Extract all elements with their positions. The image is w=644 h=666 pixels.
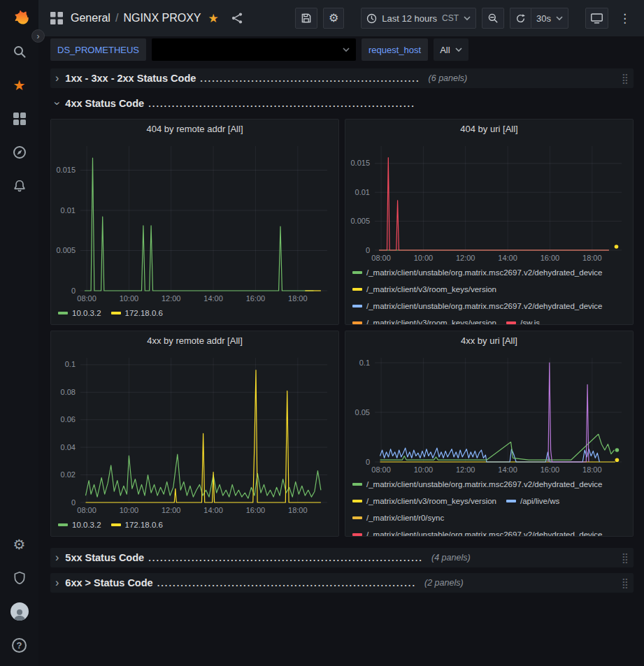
dashboard-settings-button[interactable]: ⚙	[323, 8, 344, 29]
panel-chart-404-by-remote-addr[interactable]: 08:0010:0012:0014:0016:0018:0000.0050.01…	[51, 139, 338, 305]
svg-text:08:00: 08:00	[77, 294, 96, 303]
chevron-right-icon: ›	[55, 577, 59, 588]
legend-swatch	[352, 271, 362, 274]
datasource-variable-label: DS_PROMETHEUS	[50, 38, 146, 61]
legend-item[interactable]: 10.0.3.2	[58, 305, 101, 321]
svg-text:0.01: 0.01	[61, 206, 76, 215]
more-options-button[interactable]: ⋮	[614, 8, 636, 29]
legend-item[interactable]: /_matrix/client/v3/room_keys/version	[352, 493, 496, 509]
legend-item[interactable]: /api/live/ws	[506, 493, 559, 509]
row-title: 4xx Status Code	[65, 98, 144, 109]
panel-grid: 404 by remote addr [All] 08:0010:0012:00…	[50, 119, 634, 537]
zoom-out-button[interactable]	[482, 8, 504, 29]
legend-swatch	[352, 516, 362, 519]
legend-item[interactable]: /_matrix/client/unstable/org.matrix.msc2…	[352, 476, 603, 493]
row-5xx-status-code[interactable]: › 5xx Status Code ......................…	[50, 548, 634, 567]
time-range-label: Last 12 hours	[382, 13, 437, 24]
row-1xx-3xx-2xx-status-code[interactable]: › 1xx - 3xx - 2xx Status Code ..........…	[50, 68, 634, 88]
sidebar-expand-button[interactable]: ›	[31, 29, 45, 43]
svg-text:16:00: 16:00	[541, 254, 560, 262]
legend-item[interactable]: 172.18.0.6	[111, 305, 163, 321]
legend-item[interactable]: /_matrix/client/r0/sync	[352, 509, 444, 526]
request-host-value-select[interactable]: All	[434, 38, 468, 61]
sidebar-item-configuration[interactable]: ⚙	[3, 529, 36, 560]
svg-text:18:00: 18:00	[582, 254, 602, 262]
panel-title[interactable]: 404 by uri [All]	[345, 120, 633, 139]
save-dashboard-button[interactable]	[295, 8, 317, 29]
panel-chart-4xx-by-uri[interactable]: 08:0010:0012:0014:0016:0018:0000.050.1	[345, 351, 633, 476]
legend-item[interactable]: /_matrix/client/unstable/org.matrix.msc2…	[352, 526, 603, 536]
datasource-value-select[interactable]	[152, 38, 356, 61]
question-icon: ?	[12, 638, 27, 653]
panel-chart-404-by-uri[interactable]: 08:0010:0012:0014:0016:0018:0000.0050.01…	[345, 139, 633, 264]
panel-chart-4xx-by-remote-addr[interactable]: 08:0010:0012:0014:0016:0018:0000.020.040…	[51, 351, 338, 516]
grafana-app: › ★	[0, 0, 644, 666]
refresh-icon	[515, 13, 526, 24]
sidebar-item-explore[interactable]	[3, 137, 36, 168]
legend-swatch	[352, 305, 362, 307]
svg-text:0.01: 0.01	[355, 188, 370, 196]
cycle-view-button[interactable]	[585, 8, 608, 29]
grafana-flame-icon	[10, 7, 29, 27]
favorite-star-icon[interactable]: ★	[208, 13, 219, 24]
search-button[interactable]	[3, 36, 36, 67]
refresh-interval-label: 30s	[536, 13, 551, 24]
request-host-value: All	[440, 45, 450, 55]
legend-swatch	[506, 500, 516, 502]
row-drag-handle[interactable]: ⣿	[622, 73, 629, 84]
svg-text:0.05: 0.05	[355, 408, 370, 417]
sidebar-item-starred[interactable]: ★	[3, 70, 36, 101]
monitor-icon	[591, 13, 603, 24]
panel-404-by-remote-addr: 404 by remote addr [All] 08:0010:0012:00…	[50, 119, 339, 325]
panel-title[interactable]: 4xx by uri [All]	[345, 331, 633, 351]
legend-item[interactable]: /_matrix/client/unstable/org.matrix.msc2…	[352, 298, 603, 314]
legend-item[interactable]: /_matrix/client/v3/room_keys/version	[352, 314, 496, 324]
row-4xx-status-code[interactable]: › 4xx Status Code ......................…	[50, 94, 634, 113]
bell-icon	[13, 179, 27, 193]
sidebar-item-dashboards[interactable]	[3, 103, 36, 134]
row-drag-handle[interactable]: ⣿	[622, 552, 629, 563]
svg-text:08:00: 08:00	[371, 254, 391, 262]
refresh-interval-select[interactable]: 30s	[531, 8, 568, 29]
legend-item[interactable]: 172.18.0.6	[111, 516, 163, 533]
chevron-down-icon	[556, 16, 563, 21]
grafana-logo[interactable]	[10, 7, 29, 27]
panel-title[interactable]: 404 by remote addr [All]	[51, 120, 338, 139]
panel-legend: 10.0.3.2172.18.0.6	[51, 305, 338, 324]
panel-legend: /_matrix/client/unstable/org.matrix.msc2…	[345, 476, 633, 536]
sidebar: › ★	[0, 0, 38, 666]
clock-icon	[366, 13, 377, 24]
breadcrumb: General / NGINX PROXY	[71, 12, 201, 24]
time-range-picker[interactable]: Last 12 hours CST	[361, 8, 476, 29]
svg-text:18:00: 18:00	[288, 294, 308, 303]
panel-title[interactable]: 4xx by remote addr [All]	[51, 331, 338, 351]
share-button[interactable]	[226, 8, 248, 29]
request-host-variable-label: request_host	[362, 38, 428, 61]
sidebar-item-alerting[interactable]	[3, 171, 36, 201]
dashboards-grid-icon	[13, 112, 27, 126]
avatar	[10, 602, 29, 621]
legend-item[interactable]: /_matrix/client/unstable/org.matrix.msc2…	[352, 264, 603, 281]
panel-404-by-uri: 404 by uri [All] 08:0010:0012:0014:0016:…	[345, 119, 634, 325]
topbar-right: ⚙ Last 12 hours CST	[295, 8, 636, 29]
chevron-down-icon	[343, 48, 350, 52]
row-drag-handle[interactable]: ⣿	[622, 577, 629, 588]
svg-text:12:00: 12:00	[456, 465, 475, 474]
chart-svg: 08:0010:0012:0014:0016:0018:0000.0050.01…	[345, 139, 633, 264]
panel-legend: /_matrix/client/unstable/org.matrix.msc2…	[345, 264, 633, 324]
breadcrumb-folder[interactable]: General	[71, 12, 110, 24]
refresh-button[interactable]	[510, 8, 531, 29]
legend-item[interactable]: /_matrix/client/v3/room_keys/version	[352, 281, 496, 298]
row-6xx-status-code[interactable]: › 6xx > Status Code ....................…	[50, 573, 634, 593]
legend-item[interactable]: 10.0.3.2	[58, 516, 101, 533]
breadcrumb-dashboard-title[interactable]: NGINX PROXY	[123, 12, 201, 24]
help-button[interactable]: ?	[3, 630, 36, 660]
svg-text:08:00: 08:00	[371, 465, 391, 474]
svg-text:0.015: 0.015	[56, 166, 76, 174]
panel-4xx-by-remote-addr: 4xx by remote addr [All] 08:0010:0012:00…	[50, 331, 339, 537]
user-profile-button[interactable]	[3, 596, 36, 627]
sidebar-item-server-admin[interactable]	[3, 563, 36, 593]
svg-text:0.04: 0.04	[61, 443, 76, 451]
legend-item[interactable]: /sw.js	[506, 314, 540, 324]
chevron-right-icon: ›	[55, 73, 59, 84]
